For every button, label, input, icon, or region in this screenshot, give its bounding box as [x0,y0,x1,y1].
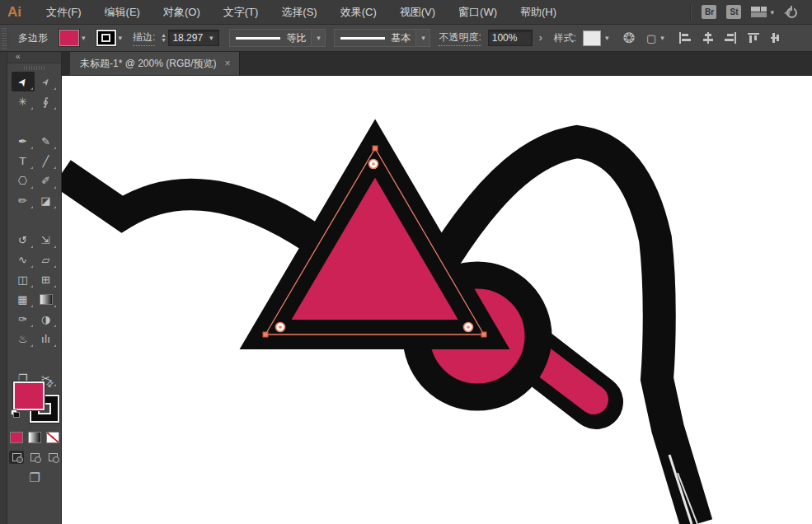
pencil-tool[interactable]: ✏ [12,190,35,210]
menu-effect[interactable]: 效果(C) [329,0,388,24]
launch-power-icon[interactable] [784,6,797,19]
stroke-weight-value: 18.297 [172,32,203,44]
mesh-tool[interactable]: ▦ [12,289,35,309]
direct-selection-tool[interactable]: ➢ [35,72,58,91]
chevron-down-icon[interactable]: ▾ [415,30,429,46]
draw-normal-button[interactable] [9,451,24,464]
brush-label: 基本 [391,31,411,45]
menu-window[interactable]: 窗口(W) [447,0,509,24]
menu-file[interactable]: 文件(F) [35,0,93,24]
free-transform-tool[interactable]: ▱ [35,250,58,269]
screen-mode-button[interactable]: ❐ [7,470,62,485]
menu-help[interactable]: 帮助(H) [509,0,568,24]
live-corner-widget[interactable] [464,323,473,332]
eraser-tool[interactable]: ◪ [35,190,58,210]
polygon-tool[interactable]: ⎔ [12,171,35,190]
canvas[interactable] [62,76,812,524]
fill-proxy[interactable] [13,381,45,410]
gradient-button[interactable] [28,432,41,443]
transform-shape-icon[interactable]: ▢ [646,32,656,44]
vertical-align-top-button[interactable] [748,32,760,44]
blend-tool[interactable]: ◑ [35,309,58,329]
none-button[interactable] [46,432,59,443]
control-bar: 多边形 ▾ ▾ 描边: ▴ ▾ 18.297 ▾ 等比 ▾ 基本 ▾ 不透明度: [0,25,812,52]
chevron-down-icon[interactable]: ▾ [207,32,216,44]
type-tool[interactable]: T [12,151,35,171]
shape-builder-tool[interactable]: ◫ [12,269,35,289]
magic-wand-tool[interactable]: ✳ [12,91,35,111]
brush-preview [340,37,385,40]
fill-color-control[interactable]: ▾ [59,30,88,46]
menu-edit[interactable]: 编辑(E) [93,0,152,24]
horizontal-align-left-button[interactable] [678,32,691,44]
anchor-point[interactable] [481,332,486,337]
document-tab-bar: 未标题-1* @ 200% (RGB/预览) × [62,52,812,76]
column-graph-tool[interactable]: ılı [35,329,58,349]
curvature-tool[interactable]: ✎ [35,131,58,151]
brush-definition-dropdown[interactable]: 基本 ▾ [334,29,430,47]
chevron-down-icon[interactable]: ▾ [79,32,88,44]
paintbrush-tool[interactable]: ✐ [35,171,58,190]
eyedropper-tool[interactable]: ✑ [12,309,35,329]
bridge-badge[interactable]: Br [702,5,716,19]
anchor-point[interactable] [373,146,378,151]
perspective-grid-tool[interactable]: ⊞ [35,269,58,289]
context-label: 多边形 [18,31,48,45]
stroke-weight-input[interactable]: 18.297 ▾ [168,30,219,46]
stroke-weight-stepper[interactable]: ▴ ▾ [162,33,165,43]
document-tab[interactable]: 未标题-1* @ 200% (RGB/预览) × [70,52,240,75]
horizontal-align-right-button[interactable] [725,32,737,44]
symbol-sprayer-tool[interactable]: ♨ [12,329,35,349]
stock-badge[interactable]: St [726,5,741,19]
anchor-point[interactable] [263,332,268,337]
stepper-down-icon[interactable]: ▾ [162,38,165,43]
illustrator-window: Ai 文件(F)编辑(E)对象(O)文字(T)选择(S)效果(C)视图(V)窗口… [0,0,812,524]
black-path-left[interactable] [62,173,313,239]
chevron-down-icon[interactable]: ▾ [603,32,612,44]
menu-object[interactable]: 对象(O) [152,0,212,24]
live-corner-widget[interactable] [369,160,378,169]
vertical-align-center-button[interactable] [771,32,779,44]
line-segment-tool[interactable]: ╱ [35,151,58,171]
default-fill-stroke-icon[interactable] [11,409,20,418]
close-icon[interactable]: × [225,58,231,69]
chevron-down-icon[interactable]: ▾ [311,30,325,46]
width-profile-dropdown[interactable]: 等比 ▾ [229,29,326,47]
horizontal-align-center-button[interactable] [702,32,714,44]
chevron-down-icon[interactable]: ▾ [116,32,125,44]
live-corner-widget[interactable] [276,323,285,332]
pen-tool[interactable]: ✒ [12,131,35,151]
menu-bar: Ai 文件(F)编辑(E)对象(O)文字(T)选择(S)效果(C)视图(V)窗口… [0,0,812,25]
workspace-switcher[interactable]: ▾ [751,7,774,17]
lasso-tool[interactable]: ∮ [35,91,58,111]
draw-behind-button[interactable] [27,451,42,464]
opacity-expand-arrow[interactable]: › [534,32,547,44]
menu-type[interactable]: 文字(T) [212,0,270,24]
panel-collapse-button[interactable]: « [7,52,61,63]
fill-stroke-indicator: ⇄ [7,380,62,429]
rotate-tool[interactable]: ↺ [12,230,35,250]
chevron-down-icon[interactable]: ▾ [658,32,667,44]
menu-view[interactable]: 视图(V) [388,0,447,24]
dock-edge[interactable] [0,52,7,524]
panel-grip[interactable] [2,27,8,49]
style-swatch[interactable] [583,30,601,46]
fill-color-swatch[interactable] [59,30,79,46]
gradient-tool[interactable] [35,289,58,309]
menu-select[interactable]: 选择(S) [270,0,328,24]
stroke-color-swatch[interactable] [96,30,116,46]
opacity-value: 100% [492,32,518,44]
width-tool[interactable]: ∿ [12,250,35,269]
selection-tool[interactable]: ➤ [12,72,35,91]
stroke-color-control[interactable]: ▾ [96,30,125,46]
recolor-artwork-icon[interactable]: ❂ [623,30,635,47]
workspace-icon [751,7,767,17]
stroke-panel-link[interactable]: 描边: [133,30,155,46]
panel-grip[interactable] [24,66,45,70]
opacity-input[interactable]: 100% [488,30,533,46]
opacity-panel-link[interactable]: 不透明度: [439,30,481,46]
artboard-view[interactable] [62,76,812,524]
draw-inside-button[interactable] [45,451,60,464]
color-button[interactable] [10,432,23,443]
scale-tool[interactable]: ⇲ [35,230,58,250]
